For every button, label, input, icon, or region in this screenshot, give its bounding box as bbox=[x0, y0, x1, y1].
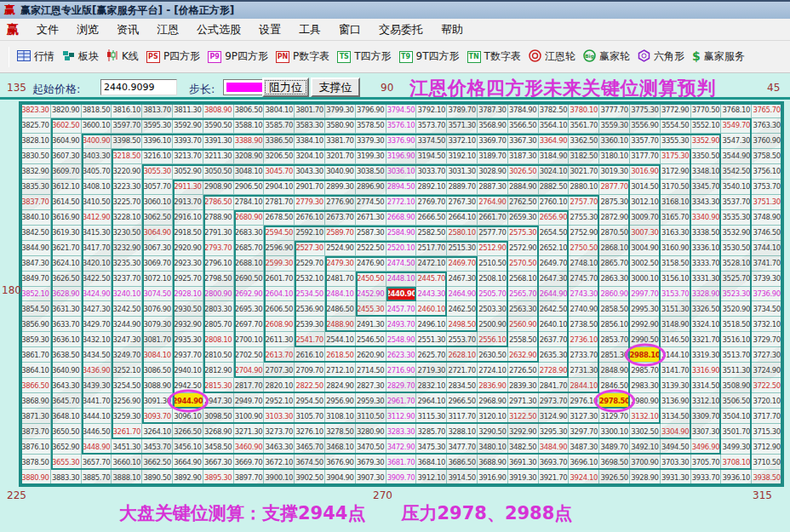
grid-cell: 3165.70 bbox=[661, 210, 691, 226]
grid-cell: 2712.10 bbox=[325, 363, 356, 378]
grid-cell: 3537.70 bbox=[721, 195, 752, 210]
grid-cell: 2678.50 bbox=[264, 210, 295, 226]
toolbar-item-8[interactable]: TNT数字表 bbox=[467, 49, 521, 64]
grid-cell: 2839.30 bbox=[508, 378, 539, 393]
grid-cell: 2515.30 bbox=[447, 241, 478, 256]
resistance-button[interactable]: 阻力位 bbox=[262, 77, 309, 97]
grid-cell: 2740.90 bbox=[569, 301, 599, 317]
grid-cell: 3775.30 bbox=[630, 103, 661, 118]
grid-cell: 2510.50 bbox=[478, 256, 508, 272]
grid-cell: 2457.70 bbox=[386, 301, 417, 317]
resistance-cell: 2978.50 bbox=[599, 393, 630, 409]
toolbar-item-1[interactable]: 板块 bbox=[62, 49, 99, 64]
toolbar-item-label: 六角形 bbox=[654, 49, 684, 64]
grid-cell: 2868.10 bbox=[599, 241, 630, 256]
grid-cell: 3499.30 bbox=[721, 439, 752, 455]
toolbar-item-4[interactable]: P99P四方形 bbox=[208, 49, 268, 64]
menu-item-5[interactable]: 设置 bbox=[259, 22, 281, 37]
grid-cell: 3936.10 bbox=[721, 470, 752, 485]
grid-cell: 3547.30 bbox=[721, 134, 752, 149]
menu-item-6[interactable]: 工具 bbox=[299, 22, 321, 37]
grid-cell: 3693.70 bbox=[539, 455, 570, 470]
menu-item-9[interactable]: 帮助 bbox=[441, 22, 463, 37]
grid-cell: 2606.50 bbox=[264, 301, 295, 317]
menu-item-7[interactable]: 窗口 bbox=[339, 22, 361, 37]
toolbar-item-12[interactable]: $赢家服务 bbox=[692, 49, 745, 64]
gann-square: 3823.303820.903818.503816.103813.703811.… bbox=[19, 101, 784, 487]
grid-cell: 3055.30 bbox=[142, 164, 173, 180]
toolbar-item-3[interactable]: PSP四方形 bbox=[146, 49, 200, 64]
toolbar-item-10[interactable]: Big赢家轮 bbox=[583, 49, 630, 65]
grid-cell: 2844.10 bbox=[569, 378, 599, 393]
grid-cell: 2445.70 bbox=[416, 272, 447, 287]
grid-cell: 3096.10 bbox=[173, 409, 203, 424]
menu-item-8[interactable]: 交易委托 bbox=[379, 22, 423, 37]
grid-cell: 3660.10 bbox=[112, 455, 142, 470]
angle-label-45: 45 bbox=[767, 82, 780, 94]
grid-cell: 3681.70 bbox=[386, 455, 417, 470]
grid-cell: 2925.70 bbox=[173, 272, 203, 287]
grid-cell: 2611.30 bbox=[264, 332, 295, 347]
grid-cell: 2520.10 bbox=[386, 241, 417, 256]
grid-cell: 2796.10 bbox=[203, 256, 234, 272]
grid-cell: 3403.30 bbox=[82, 149, 112, 164]
grid-cell: 3292.90 bbox=[508, 424, 539, 439]
grid-cell: 2688.10 bbox=[234, 256, 265, 272]
grid-cell: 3542.50 bbox=[721, 164, 752, 180]
toolbar-item-2[interactable]: K线 bbox=[106, 49, 139, 64]
grid-cell: 3540.10 bbox=[721, 180, 752, 195]
grid-cell: 2865.70 bbox=[599, 256, 630, 272]
toolbar-item-9[interactable]: 江恩轮 bbox=[529, 49, 575, 65]
grid-cell: 3297.70 bbox=[569, 424, 599, 439]
grid-cell: 3259.30 bbox=[112, 409, 142, 424]
grid-cell: 3388.90 bbox=[234, 134, 265, 149]
menu-item-1[interactable]: 浏览 bbox=[77, 22, 99, 37]
grid-cell: 3724.90 bbox=[752, 363, 782, 378]
grid-cell: 2973.70 bbox=[539, 393, 570, 409]
toolbar-item-6[interactable]: TST四方形 bbox=[337, 49, 391, 64]
grid-cell: 3477.70 bbox=[447, 439, 478, 455]
grid-cell: 3700.90 bbox=[630, 455, 661, 470]
grid-cell: 2937.70 bbox=[173, 347, 203, 363]
grid-cell: 2582.50 bbox=[416, 226, 447, 241]
grid-cell: 3931.30 bbox=[661, 470, 691, 485]
grid-cell: 3352.90 bbox=[691, 134, 722, 149]
toolbar-item-0[interactable]: 行情 bbox=[17, 49, 54, 64]
grid-cell: 3276.10 bbox=[295, 424, 325, 439]
grid-cell: 2498.50 bbox=[447, 317, 478, 332]
grid-cell: 3175.30 bbox=[661, 149, 691, 164]
grid-cell: 2488.90 bbox=[325, 317, 356, 332]
grid-cell: 2947.30 bbox=[203, 393, 234, 409]
grid-cell: 3552.10 bbox=[691, 118, 722, 134]
grid-cell: 3559.30 bbox=[599, 118, 630, 134]
toolbar-item-7[interactable]: T99T四方形 bbox=[399, 49, 460, 64]
winner-wheel-icon: Big bbox=[583, 49, 596, 65]
grid-cell: 3278.50 bbox=[325, 424, 356, 439]
grid-cell: 3254.50 bbox=[112, 378, 142, 393]
grid-cell: 3564.10 bbox=[539, 118, 570, 134]
start-price-input[interactable] bbox=[100, 79, 177, 95]
menu-item-2[interactable]: 资讯 bbox=[117, 22, 139, 37]
grid-cell: 3523.30 bbox=[721, 287, 752, 302]
toolbar-item-5[interactable]: PNP数字表 bbox=[276, 49, 329, 64]
grid-cell: 3844.90 bbox=[20, 241, 51, 256]
grid-cell: 2896.90 bbox=[356, 180, 386, 195]
menu-item-4[interactable]: 公式选股 bbox=[197, 22, 241, 37]
grid-cell: 2589.70 bbox=[325, 226, 356, 241]
grid-cell: 2985.70 bbox=[630, 363, 661, 378]
grid-cell: 3081.70 bbox=[142, 332, 173, 347]
menu-item-3[interactable]: 江恩 bbox=[157, 22, 179, 37]
gann-wheel-icon bbox=[529, 49, 541, 65]
grid-cell: 3412.90 bbox=[82, 210, 112, 226]
grid-cell: 3756.10 bbox=[752, 164, 782, 180]
grid-cell: 2764.90 bbox=[478, 195, 508, 210]
grid-cell: 3696.10 bbox=[569, 455, 599, 470]
grid-cell: 3408.10 bbox=[82, 180, 112, 195]
toolbar-item-11[interactable]: 六角形 bbox=[638, 49, 684, 65]
grid-cell: 2846.50 bbox=[599, 378, 630, 393]
grid-cell: 2503.30 bbox=[478, 301, 508, 317]
grid-cell: 3849.70 bbox=[20, 272, 51, 287]
menu-item-0[interactable]: 文件 bbox=[37, 22, 59, 37]
support-button[interactable]: 支撑位 bbox=[311, 77, 360, 97]
grid-cell: 3285.70 bbox=[416, 424, 447, 439]
